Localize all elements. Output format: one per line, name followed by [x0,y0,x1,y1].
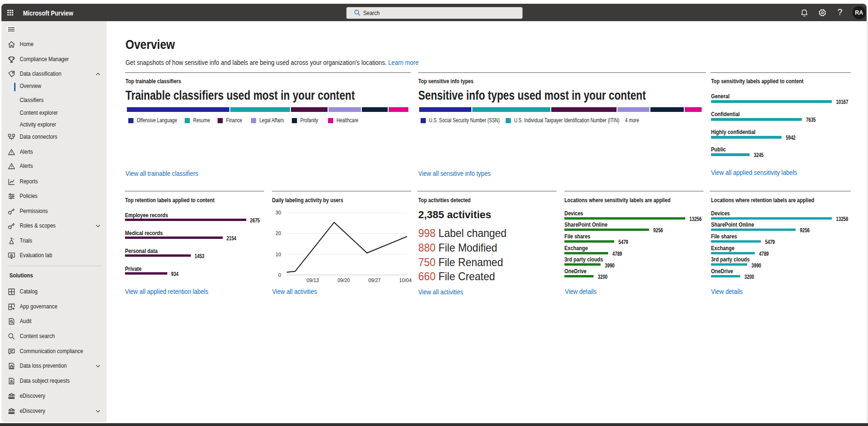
svg-text:09/13: 09/13 [306,277,319,283]
svg-text:09/20: 09/20 [337,277,350,283]
svg-text:20: 20 [275,230,281,236]
svg-text:10: 10 [275,252,281,257]
svg-text:09/27: 09/27 [368,277,381,283]
svg-text:30: 30 [275,210,281,215]
svg-text:10/04: 10/04 [399,277,411,283]
svg-text:0: 0 [278,272,281,278]
